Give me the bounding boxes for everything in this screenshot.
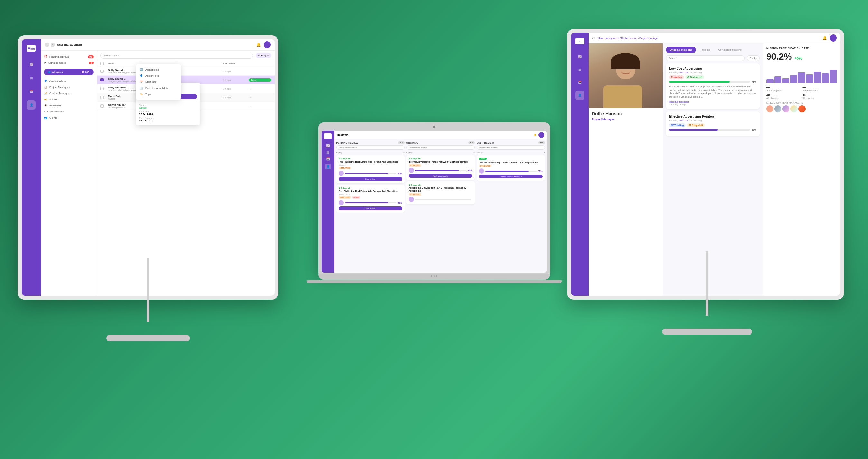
activate-reviewed-btn[interactable]: Activate reviewed mission — [479, 175, 542, 178]
breadcrumb: User management / Dollie Hanson - Projec… — [598, 37, 658, 39]
endcontract-label: End of contract date — [146, 87, 168, 90]
laptop-columns: PENDING REVIEW 2/6 Sort by ▾ — [334, 140, 547, 272]
mini-progress-1 — [345, 173, 397, 174]
right-icon-users[interactable]: 👤 — [576, 91, 585, 100]
sort-startdate[interactable]: 📅 Start date — [136, 79, 181, 85]
missions-search-input[interactable] — [666, 55, 745, 61]
right-screen-outer: ● 📈 ▦ 📅 👤 ‹ › U — [567, 29, 844, 299]
col-last-seen: Last seen — [223, 62, 249, 65]
missions-sort-button[interactable]: Sort by — [747, 55, 760, 61]
action-dots[interactable]: ··· — [249, 87, 271, 90]
chart-bar-6 — [806, 75, 813, 83]
review-card-2: ⏱ 9 days left Free Philippine Real Estat… — [336, 184, 405, 212]
row-checkbox[interactable] — [100, 104, 104, 108]
sort-alpha[interactable]: 🔤 Alphabetical — [136, 67, 181, 73]
tag-urgent-2: Urgent — [352, 196, 361, 199]
tag-html-2: HTML/WEB — [339, 196, 351, 199]
mission-author-link[interactable]: John doe — [679, 71, 689, 74]
laptop-icon-grid[interactable]: ▦ — [327, 150, 329, 154]
administrators-item[interactable]: 👤 Administrators — [41, 78, 97, 84]
pm-label: Project Managers — [49, 86, 69, 89]
pending-approval-item[interactable]: ⏰ Pending approval 99 — [41, 54, 97, 60]
clients-item[interactable]: 👥 Clients — [41, 115, 97, 121]
laptop-logo — [324, 133, 332, 139]
read-more-link[interactable]: Read full description — [669, 101, 689, 103]
ur-bottom-1: 85% — [479, 169, 542, 174]
webmasters-item[interactable]: </> WebMasters — [41, 109, 97, 115]
signaled-users-item[interactable]: ⚑ Signaled Users 4 — [41, 60, 97, 66]
user-avatar[interactable] — [264, 41, 271, 48]
right-icon-grid[interactable]: ▦ — [576, 65, 585, 74]
right-nav-back[interactable]: ‹ — [592, 36, 593, 40]
row-checkbox[interactable] — [100, 87, 104, 90]
nav-back[interactable]: ‹ — [45, 42, 49, 47]
active-missions-label: Active Missions — [803, 89, 837, 91]
action-btn[interactable]: Action — [249, 78, 271, 82]
search-input[interactable] — [100, 53, 253, 59]
left-app: OCTRINO 📈 ▦ 📅 👤 ‹ — [22, 39, 275, 296]
sort-assigned[interactable]: 👤 Assigned to — [136, 73, 181, 79]
start-review-btn-2[interactable]: Start review — [339, 206, 402, 210]
col-sort-pending: Sort by ▾ — [336, 151, 405, 154]
right-nav-forward[interactable]: › — [594, 36, 595, 40]
sort-button[interactable]: Sort by ▾ — [255, 53, 271, 58]
last-seen: 1h ago — [223, 87, 249, 90]
sidebar-icon-chart[interactable]: 📈 — [27, 60, 36, 69]
tab-ongoing[interactable]: Ongoing missions — [666, 47, 696, 53]
laptop-icon-cal[interactable]: 📅 — [326, 157, 330, 161]
action-dots[interactable]: ··· — [249, 96, 271, 99]
mark-complete-btn[interactable]: Mark as complete — [409, 174, 472, 178]
profile-photo — [589, 44, 663, 108]
admin-label: Administrators — [49, 80, 66, 83]
action-dots[interactable]: ··· — [249, 105, 271, 108]
tab-completed[interactable]: Completed missions — [714, 47, 745, 53]
laptop-bell-icon[interactable]: 🔔 — [534, 134, 536, 136]
mission-tags-2: NRThinking ⏱ 5 days left — [669, 123, 756, 127]
progress-container-1: 75% — [669, 81, 756, 83]
col-count-pending: 2/6 — [398, 141, 405, 144]
row-checkbox[interactable] — [100, 78, 104, 82]
chart-bar-1 — [766, 79, 774, 83]
reviewers-item[interactable]: 👁️ Reviewers — [41, 103, 97, 109]
sort-tags[interactable]: 🏷️ Tags — [136, 91, 181, 97]
start-review-btn-1[interactable]: Start review — [339, 177, 402, 181]
assigned-label: Assigned to — [146, 75, 159, 77]
col-search-user-review[interactable] — [477, 145, 545, 150]
right-bell-icon[interactable]: 🔔 — [822, 36, 827, 40]
last-seen: 1h ago — [223, 70, 249, 73]
all-users-count: 15 627 — [81, 70, 90, 74]
status-status-label: Status — [139, 104, 197, 106]
sidebar-icon-users[interactable]: 👤 — [27, 101, 36, 110]
col-search-pending[interactable] — [336, 145, 405, 150]
col-sort-chevron-ur: ▾ — [544, 151, 545, 154]
manager-avatars — [766, 105, 837, 112]
laptop-icon-users[interactable]: 👤 — [325, 164, 331, 169]
laptop-icon-chart[interactable]: 📈 — [326, 144, 330, 147]
right-icon-chart[interactable]: 📈 — [576, 52, 585, 61]
all-users-button[interactable]: 👥 All users 15 627 — [44, 68, 94, 75]
chart-bar-9 — [830, 69, 837, 83]
sort-endcontract[interactable]: 📄 End of contract date — [136, 85, 181, 91]
sidebar-icon-grid[interactable]: ▦ — [27, 74, 36, 83]
nav-forward[interactable]: › — [51, 42, 55, 47]
writers-item[interactable]: ✍️ Writers — [41, 96, 97, 103]
active-projects-val: — — [766, 86, 801, 89]
stats-title: MISSION PARTICIPATION RATE — [766, 47, 837, 50]
sidebar-icon-calendar[interactable]: 📅 — [27, 87, 36, 96]
manager-avatar-1 — [766, 105, 773, 112]
bell-icon[interactable]: 🔔 — [256, 42, 261, 47]
col-search-ongoing[interactable] — [406, 145, 475, 150]
days-left-badge-1: ⏱ 9 days left — [339, 158, 350, 160]
progress-container-2: 60% — [669, 129, 756, 131]
right-user-avatar[interactable] — [830, 34, 837, 41]
content-managers-item[interactable]: 📝 Content Managers — [41, 90, 97, 96]
mission-author-link-2[interactable]: John doe — [679, 119, 689, 121]
row-checkbox[interactable] — [100, 69, 104, 73]
tab-projects[interactable]: Projects — [697, 47, 714, 53]
row-checkbox[interactable] — [100, 96, 104, 99]
project-managers-item[interactable]: 📋 Project Managers — [41, 84, 97, 90]
laptop-user-avatar[interactable] — [538, 132, 544, 138]
col-title-pending: PENDING REVIEW — [336, 142, 358, 144]
right-icon-calendar[interactable]: 📅 — [576, 78, 585, 87]
end-date: 09 Aug 2020 — [139, 119, 197, 122]
